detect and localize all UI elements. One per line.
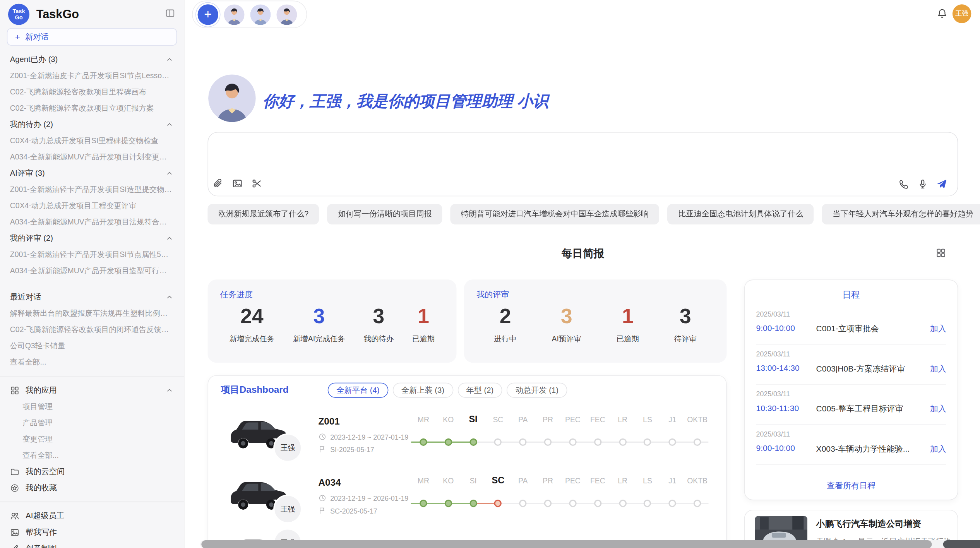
chevron-up-icon[interactable] [166, 387, 173, 394]
dashboard-tab[interactable]: 全新上装 (3) [392, 383, 453, 398]
chevron-up-icon[interactable] [166, 56, 173, 63]
chat-input[interactable]: 请输入... [207, 132, 958, 196]
sidebar-recent-item[interactable]: 解释最新出台的欧盟报废车法规再生塑料比例被调至15%... [0, 305, 185, 322]
app-logo-text-top: Task [12, 8, 25, 14]
agent-avatar[interactable] [250, 4, 271, 25]
schedule-join-link[interactable]: 加入 [930, 403, 946, 414]
sidebar-tool-link[interactable]: AI超级员工 [0, 508, 185, 524]
milestone-label: PA [518, 476, 528, 485]
sidebar-section-label: 我的评审 (2) [10, 233, 166, 243]
greeting-text: 你好，王强，我是你的项目管理助理 小识 [263, 91, 548, 111]
sidebar-app-item[interactable]: 产品管理 [0, 414, 185, 431]
sidebar-section-label: 最近对话 [10, 292, 166, 302]
owner-badge: 王强 [273, 433, 302, 462]
project-row[interactable]: 王强A0342023-12-19 ~ 2026-01-19SC-2025-05-… [208, 471, 726, 532]
chevron-up-icon[interactable] [166, 235, 173, 242]
view-all-schedule-link[interactable]: 查看所有日程 [745, 480, 957, 491]
sidebar-divider [0, 502, 185, 502]
panel-toggle-icon[interactable] [165, 8, 175, 18]
stat-label: 进行中 [494, 334, 517, 344]
sidebar-tool-link[interactable]: 帮我写作 [0, 524, 185, 540]
milestone-dot [594, 438, 601, 446]
sidebar-item[interactable]: Z001-全新燃油轻卡产品开发项目SI节点属性5D文件评审 [0, 247, 185, 263]
sidebar-app-item[interactable]: 项目管理 [0, 398, 185, 414]
milestone-dot [619, 500, 626, 507]
app-logo: Task Go [8, 4, 29, 25]
scissors-icon[interactable] [252, 178, 262, 189]
stat: 2进行中 [494, 305, 517, 344]
suggestion-chip[interactable]: 比亚迪全固态电池计划具体说了什么 [668, 204, 814, 224]
notification-bell-icon[interactable] [937, 8, 947, 19]
sidebar-item[interactable]: A034-全新新能源MUV产品开发项目造型可行性评审 [0, 263, 185, 279]
composer-left-tools [212, 178, 262, 189]
sidebar-section-header[interactable]: 我的待办 (2) [0, 116, 185, 133]
milestone-dot [644, 438, 651, 446]
milestone-dot [469, 500, 477, 507]
sidebar-recent-item[interactable]: C02-飞腾新能源轻客改款项目的闭环通告反馈情况 [0, 322, 185, 338]
sidebar-item[interactable]: Z001-全新燃油轻卡产品开发项目SI造型提交物评审 [0, 182, 185, 198]
sidebar-item[interactable]: C0X4-动力总成开发项目SI里程碑提交物检查 [0, 133, 185, 149]
add-agent-button[interactable]: + [198, 4, 218, 25]
sidebar-app-item[interactable]: 查看全部... [0, 447, 185, 463]
dashboard-tab[interactable]: 年型 (2) [457, 383, 502, 398]
sidebar-section-header[interactable]: AI评审 (3) [0, 165, 185, 182]
sidebar-view-all-link[interactable]: 查看全部... [0, 354, 185, 370]
sidebar-item[interactable]: C02-飞腾新能源轻客改款项目立项汇报方案 [0, 100, 185, 116]
sidebar-item[interactable]: A034-全新新能源MUV产品开发项目计划变更表编写 [0, 149, 185, 165]
suggestion-chip[interactable]: 当下年轻人对汽车外观有怎样的喜好趋势 [822, 204, 980, 224]
flag-icon [318, 445, 326, 453]
sidebar-app-item[interactable]: 变更管理 [0, 431, 185, 447]
schedule-time: 9:00-10:00 [756, 444, 795, 453]
schedule-item: 2025/03/119:00-10:00C001-立项审批会加入 [756, 305, 946, 344]
milestone-dot [669, 500, 676, 507]
chevron-up-icon[interactable] [166, 170, 173, 177]
chevron-up-icon[interactable] [166, 293, 173, 301]
chevron-up-icon[interactable] [166, 121, 173, 128]
sidebar-item[interactable]: Z001-全新燃油皮卡产品开发项目SI节点Lesson Learn报告 [0, 68, 185, 84]
milestone-dot [569, 500, 576, 507]
briefing-layout-icon[interactable] [935, 248, 946, 258]
suggestion-chip[interactable]: 如何写一份清晰的项目周报 [327, 204, 442, 224]
mic-icon[interactable] [917, 178, 928, 190]
sidebar-item[interactable]: C02-飞腾新能源轻客改款项目里程碑画布 [0, 84, 185, 100]
sidebar-apps-header[interactable]: 我的应用 [0, 382, 185, 398]
sidebar-link[interactable]: 我的云空间 [0, 463, 185, 480]
send-icon[interactable] [936, 178, 947, 190]
schedule-join-link[interactable]: 加入 [930, 444, 946, 455]
sidebar: Task Go TaskGo + 新对话 Agent已办 (3)Z001-全新燃… [0, 0, 185, 548]
agent-avatar[interactable] [224, 4, 244, 25]
dashboard-tab[interactable]: 全新平台 (4) [328, 383, 388, 398]
project-name: Z001 [318, 416, 339, 426]
sidebar-section-header[interactable]: 最近对话 [0, 289, 185, 305]
sidebar-tool-link[interactable]: 创意制图 [0, 540, 185, 548]
suggestion-chip[interactable]: 特朗普可能对进口汽车增税会对中国车企造成哪些影响 [451, 204, 660, 224]
sidebar-section-header[interactable]: Agent已办 (3) [0, 51, 185, 67]
user-avatar[interactable]: 王强 [953, 4, 971, 23]
sidebar-link[interactable]: 我的收藏 [0, 480, 185, 496]
sidebar-section-header[interactable]: 我的评审 (2) [0, 230, 185, 247]
phone-icon[interactable] [899, 178, 909, 190]
sidebar-link-label: 我的云空间 [26, 466, 65, 477]
project-row[interactable]: 王强Z0012023-12-19 ~ 2027-01-19SI-2025-05-… [208, 409, 726, 471]
scrollbar-corner[interactable] [943, 540, 980, 548]
paperclip-icon[interactable] [212, 178, 223, 189]
stat-label: 我的待办 [364, 334, 394, 344]
milestone-label: OKTB [687, 476, 708, 485]
sidebar-item[interactable]: A034-全新新能源MUV产品开发项目法规符合性评审 [0, 214, 185, 230]
horizontal-scrollbar-thumb[interactable] [201, 540, 932, 548]
assistant-avatar [208, 74, 256, 122]
milestone-dot [519, 438, 527, 446]
agent-avatar[interactable] [276, 4, 297, 25]
sidebar-recent-item[interactable]: 公司Q3轻卡销量 [0, 338, 185, 354]
milestone-label: LS [643, 476, 652, 485]
milestone-dot [445, 438, 452, 446]
schedule-join-link[interactable]: 加入 [930, 323, 946, 334]
schedule-join-link[interactable]: 加入 [930, 363, 946, 375]
sidebar-item[interactable]: C0X4-动力总成开发项目工程变更评审 [0, 198, 185, 214]
stat-value: 24 [240, 305, 263, 328]
dashboard-tab[interactable]: 动总开发 (1) [507, 383, 567, 398]
project-dates: 2023-12-19 ~ 2027-01-19 [318, 433, 408, 441]
photo-icon[interactable] [232, 178, 242, 189]
suggestion-chip[interactable]: 欧洲新规最近颁布了什么? [207, 204, 319, 224]
new-chat-button[interactable]: + 新对话 [7, 28, 177, 46]
